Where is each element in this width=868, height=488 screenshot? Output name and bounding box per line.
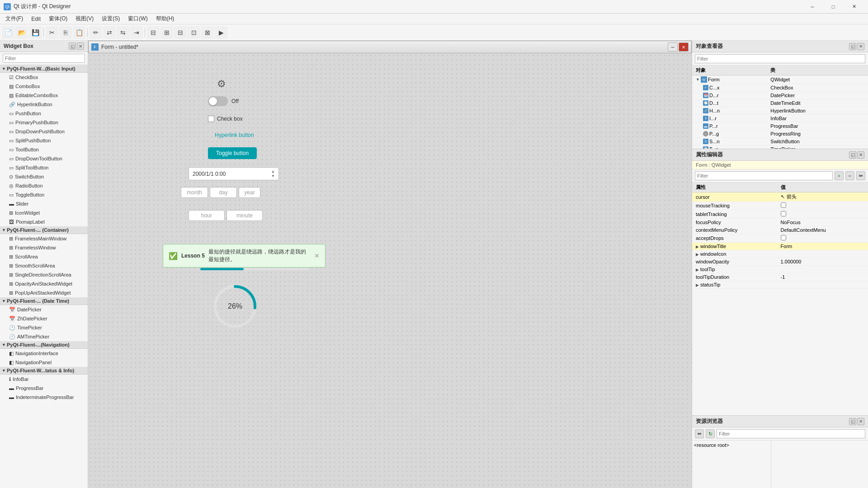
- prop-row-cursor[interactable]: cursor ↖ 箭头: [692, 192, 868, 202]
- tooltip-expand[interactable]: ▶: [696, 267, 699, 272]
- datetime-picker-widget[interactable]: 2000/1/1 0:00 ▲ ▼: [189, 167, 279, 180]
- category-basic-input[interactable]: ▾ PyQt-Fluent-W...(Basic Input): [0, 65, 88, 73]
- widget-switchbutton[interactable]: ⊙SwitchButton: [0, 172, 88, 181]
- inspector-row-datepicker[interactable]: 📅 D...r DatePicker: [692, 92, 868, 99]
- tree-expand-arrow[interactable]: ▼: [696, 77, 700, 82]
- prop-row-tablettracking[interactable]: tabletTracking: [692, 210, 868, 219]
- windowtitle-expand[interactable]: ▶: [696, 244, 699, 249]
- windowicon-expand[interactable]: ▶: [696, 252, 699, 257]
- menu-edit[interactable]: Edit: [28, 15, 44, 23]
- widget-editor-btn[interactable]: ✏: [90, 26, 102, 39]
- inspector-row-checkbox[interactable]: ✓ C...x CheckBox: [692, 84, 868, 92]
- datetime-down-arrow[interactable]: ▼: [271, 174, 275, 178]
- statustip-expand[interactable]: ▶: [696, 283, 699, 287]
- date-year-part[interactable]: year: [239, 187, 260, 198]
- prop-row-focuspolicy[interactable]: focusPolicy NoFocus: [692, 219, 868, 226]
- category-datetime[interactable]: ▾ PyQt-Fluent-... (Date Time): [0, 297, 88, 305]
- resource-edit-btn[interactable]: ✏: [695, 429, 704, 438]
- gear-widget[interactable]: ⚙: [217, 78, 226, 90]
- resource-close-btn[interactable]: ✕: [857, 418, 864, 425]
- widget-box-float[interactable]: ◱: [69, 42, 76, 50]
- datetime-input[interactable]: 2000/1/1 0:00 ▲ ▼: [189, 167, 279, 180]
- prop-row-acceptdrops[interactable]: acceptDrops: [692, 234, 868, 243]
- layout-form[interactable]: ⊡: [188, 26, 200, 39]
- widget-checkbox[interactable]: ☑CheckBox: [0, 73, 88, 82]
- resource-float-btn[interactable]: ◱: [849, 418, 856, 425]
- widget-pixmaplabel[interactable]: 🖼PixmapLabel: [0, 217, 88, 226]
- prop-value-tablettracking[interactable]: [777, 210, 868, 219]
- inspector-filter-input[interactable]: [695, 54, 865, 63]
- menu-file[interactable]: 文件(F): [2, 14, 27, 23]
- minimize-button[interactable]: ─: [802, 0, 823, 14]
- widget-togglebutton[interactable]: ▭ToggleButton: [0, 190, 88, 199]
- prop-row-mousetracking[interactable]: mouseTracking: [692, 202, 868, 210]
- form-minimize-btn[interactable]: ─: [668, 42, 678, 52]
- acceptdrops-checkbox[interactable]: [781, 235, 786, 240]
- time-minute-part[interactable]: minute: [226, 210, 263, 221]
- prop-value-acceptdrops[interactable]: [777, 234, 868, 243]
- widget-iconwidget[interactable]: ⊞IconWidget: [0, 208, 88, 217]
- prop-row-contextmenupolicy[interactable]: contextMenuPolicy DefaultContextMenu: [692, 226, 868, 234]
- widget-splittoolbutton[interactable]: ▭SplitToolButton: [0, 163, 88, 172]
- widget-timepicker[interactable]: 🕐TimePicker: [0, 323, 88, 332]
- mousetracking-checkbox[interactable]: [781, 202, 786, 208]
- category-navigation[interactable]: ▾ PyQt-Fluent-...(Navigation): [0, 341, 88, 349]
- widget-navigationpanel[interactable]: ◧NavigationPanel: [0, 358, 88, 367]
- property-add-btn[interactable]: +: [835, 171, 844, 180]
- widget-editablecombobox[interactable]: ▤EditableComboBox: [0, 91, 88, 100]
- prop-value-mousetracking[interactable]: [777, 202, 868, 210]
- widget-radiobutton[interactable]: ◎RadioButton: [0, 181, 88, 190]
- widget-zhdatepicker[interactable]: 📅ZhDatePicker: [0, 314, 88, 323]
- widget-primarypushbutton[interactable]: ▭PrimaryPushButton: [0, 118, 88, 127]
- widget-progressbar[interactable]: ▬ProgressBar: [0, 384, 88, 393]
- layout-vbox[interactable]: ⊞: [160, 26, 173, 39]
- prop-row-windowtitle[interactable]: ▶ windowTitle Form: [692, 243, 868, 250]
- save-button[interactable]: 💾: [29, 26, 42, 39]
- widget-amtimepicker[interactable]: 🕐AMTimePicker: [0, 332, 88, 341]
- cut-button[interactable]: ✂: [46, 26, 58, 39]
- widget-datepicker[interactable]: 📅DatePicker: [0, 305, 88, 314]
- category-container[interactable]: ▾ PyQt-Fluent-... (Container): [0, 226, 88, 234]
- form-close-btn[interactable]: ✕: [679, 42, 689, 52]
- widget-framelesswindow[interactable]: ⊞FramelessWindow: [0, 243, 88, 252]
- inspector-close-btn[interactable]: ✕: [857, 43, 864, 50]
- layout-hbox[interactable]: ⊟: [147, 26, 160, 39]
- prop-value-cursor[interactable]: ↖ 箭头: [777, 192, 868, 202]
- open-button[interactable]: 📂: [15, 26, 28, 39]
- datetime-up-arrow[interactable]: ▲: [271, 169, 275, 174]
- menu-view[interactable]: 视图(V): [72, 14, 97, 23]
- paste-button[interactable]: 📋: [73, 26, 85, 39]
- inspector-float-btn[interactable]: ◱: [849, 43, 856, 50]
- inspector-row-datetimeedit[interactable]: 🕐 D...t DateTimeEdit: [692, 99, 868, 107]
- menu-settings[interactable]: 设置(S): [98, 14, 123, 23]
- widget-smoothscrollarea[interactable]: ⊞SmoothScrollArea: [0, 261, 88, 270]
- widget-pushbutton[interactable]: ▭PushButton: [0, 109, 88, 118]
- layout-break[interactable]: ⊠: [201, 26, 214, 39]
- prop-row-windowicon[interactable]: ▶ windowIcon: [692, 250, 868, 258]
- buddy-btn[interactable]: ⇆: [117, 26, 129, 39]
- date-month-part[interactable]: month: [181, 187, 208, 198]
- widget-combobox[interactable]: ▤ComboBox: [0, 82, 88, 91]
- new-button[interactable]: 📄: [2, 26, 14, 39]
- inspector-row-switchbutton[interactable]: ⊙ S...n SwitchButton: [692, 138, 868, 145]
- toggle-button[interactable]: Toggle button: [208, 147, 257, 159]
- toggle-button-widget[interactable]: Toggle button: [208, 147, 257, 159]
- inspector-row-hyperlink[interactable]: 🔗 H...n HyperlinkButton: [692, 107, 868, 115]
- widget-splitpushbutton[interactable]: ▭SplitPushButton: [0, 136, 88, 145]
- inspector-row-progressring[interactable]: ○ P...g ProgressRing: [692, 130, 868, 138]
- menu-form[interactable]: 窗体(O): [45, 14, 71, 23]
- category-status[interactable]: ▾ PyQt-Fluent-W...tatus & Info): [0, 367, 88, 375]
- widget-navigationinterface[interactable]: ◧NavigationInterface: [0, 349, 88, 358]
- time-hour-part[interactable]: hour: [189, 210, 225, 221]
- resource-filter-input[interactable]: [717, 429, 865, 438]
- toggle-switch-widget[interactable]: Off: [208, 96, 239, 106]
- info-close-icon[interactable]: ✕: [314, 252, 320, 259]
- hyperlink-widget[interactable]: Hyperlink button: [215, 132, 254, 138]
- layout-grid[interactable]: ⊟: [174, 26, 187, 39]
- widget-hyperlinkbutton[interactable]: 🔗HyperlinkButton: [0, 100, 88, 109]
- maximize-button[interactable]: □: [823, 0, 844, 14]
- inspector-row-infobar[interactable]: ℹ I...r InfoBar: [692, 115, 868, 122]
- prop-row-tooltip[interactable]: ▶ toolTip: [692, 266, 868, 273]
- widget-framelessmainwindow[interactable]: ⊞FramelessMainWindow: [0, 234, 88, 243]
- property-filter-input[interactable]: [695, 171, 833, 180]
